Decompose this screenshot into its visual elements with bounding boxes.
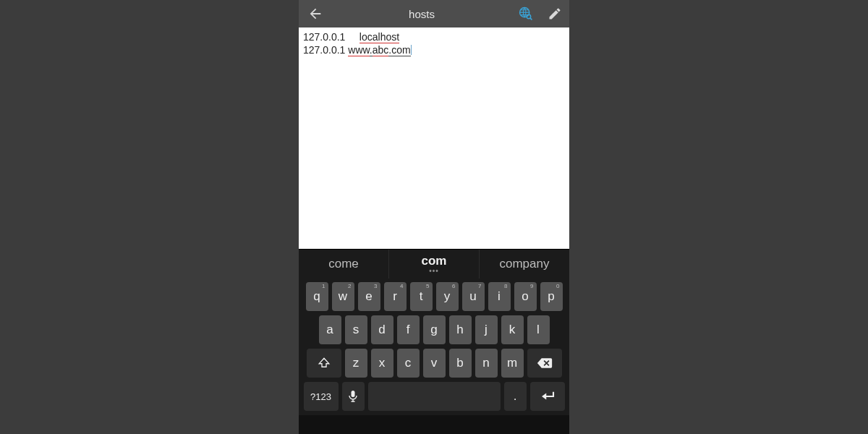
key-n[interactable]: n (475, 349, 498, 378)
backspace-key[interactable] (527, 349, 562, 378)
voice-key[interactable] (342, 382, 365, 411)
page-title: hosts (332, 8, 511, 20)
shift-icon (318, 357, 331, 370)
editor-line: 127.0.0.1 www.abc.com (303, 43, 565, 56)
key-a[interactable]: a (319, 315, 341, 344)
backspace-icon (537, 357, 553, 369)
svg-rect-3 (352, 391, 355, 397)
soft-keyboard: come com••• company q1w2e3r4t5y6u7i8o9p0… (299, 249, 569, 415)
key-r[interactable]: r4 (384, 282, 407, 311)
key-g[interactable]: g (423, 315, 446, 344)
enter-key[interactable] (530, 382, 565, 411)
shift-key[interactable] (307, 349, 341, 378)
key-t[interactable]: t5 (410, 282, 433, 311)
edit-button[interactable] (540, 0, 569, 27)
key-o[interactable]: o9 (514, 282, 537, 311)
key-k[interactable]: k (501, 315, 524, 344)
suggestion-item[interactable]: company (480, 250, 569, 278)
symbols-key[interactable]: ?123 (304, 382, 339, 411)
key-f[interactable]: f (397, 315, 420, 344)
space-key[interactable] (368, 382, 501, 411)
key-m[interactable]: m (501, 349, 524, 378)
key-h[interactable]: h (449, 315, 472, 344)
keyboard-row: ?123 . (302, 382, 566, 411)
suggestion-item[interactable]: com••• (389, 250, 480, 278)
back-arrow-icon (307, 6, 323, 22)
svg-line-2 (530, 18, 532, 20)
key-q[interactable]: q1 (306, 282, 328, 311)
phone-frame: hosts 127.0.0.1 localhost 127.0.0.1 www.… (299, 0, 569, 434)
key-y[interactable]: y6 (436, 282, 459, 311)
keyboard-row: q1w2e3r4t5y6u7i8o9p0 (302, 282, 566, 311)
key-p[interactable]: p0 (540, 282, 563, 311)
back-button[interactable] (299, 0, 332, 27)
key-e[interactable]: e3 (358, 282, 380, 311)
key-c[interactable]: c (397, 349, 420, 378)
period-key[interactable]: . (504, 382, 527, 411)
globe-search-icon (518, 6, 534, 22)
editor-line: 127.0.0.1 localhost (303, 30, 565, 43)
key-s[interactable]: s (345, 315, 367, 344)
key-z[interactable]: z (345, 349, 367, 378)
key-w[interactable]: w2 (332, 282, 354, 311)
key-b[interactable]: b (449, 349, 472, 378)
key-d[interactable]: d (371, 315, 393, 344)
suggestion-bar: come com••• company (299, 249, 569, 278)
globe-search-button[interactable] (511, 0, 540, 27)
hostname-text: localhost (359, 31, 399, 43)
suggestion-item[interactable]: come (299, 250, 389, 278)
text-cursor (411, 45, 412, 55)
keyboard-row: asdfghjkl (302, 315, 566, 344)
text-editor[interactable]: 127.0.0.1 localhost 127.0.0.1 www.abc.co… (299, 27, 569, 249)
key-u[interactable]: u7 (462, 282, 485, 311)
key-l[interactable]: l (527, 315, 550, 344)
ip-text: 127.0.0.1 (303, 44, 348, 56)
mic-icon (348, 390, 358, 403)
ip-text: 127.0.0.1 (303, 31, 345, 43)
key-i[interactable]: i8 (488, 282, 511, 311)
enter-icon (540, 391, 556, 402)
key-x[interactable]: x (371, 349, 393, 378)
app-top-bar: hosts (299, 0, 569, 27)
key-j[interactable]: j (475, 315, 498, 344)
key-v[interactable]: v (423, 349, 446, 378)
keyboard-row: zxcvbnm (302, 349, 566, 378)
pencil-icon (548, 7, 562, 21)
